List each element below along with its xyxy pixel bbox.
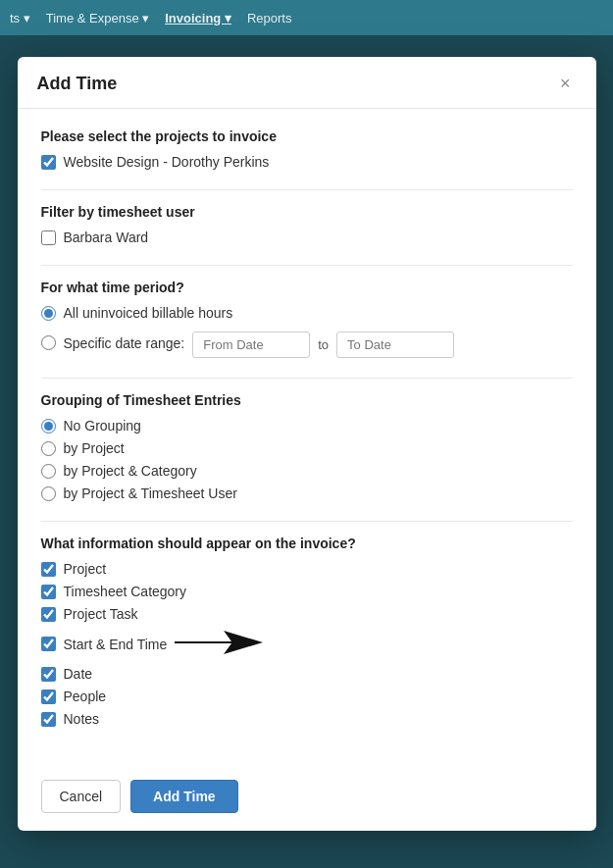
date-range-row: to <box>192 332 454 358</box>
checkbox-start-end-time[interactable] <box>41 637 56 651</box>
modal-close-button[interactable]: × <box>554 73 577 94</box>
divider-4 <box>41 521 573 522</box>
date-to-label: to <box>318 337 329 352</box>
field-project-task-label: Project Task <box>64 606 138 622</box>
nav-label-reports: Reports <box>247 11 292 26</box>
filter-user-barbara[interactable]: Barbara Ward <box>41 230 573 245</box>
option-specific-date[interactable]: Specific date range: to <box>41 328 573 358</box>
group-option-label-2: by Project & Category <box>64 463 197 479</box>
field-people-label: People <box>64 689 107 704</box>
field-date-label: Date <box>64 666 93 682</box>
filter-user-checkbox[interactable] <box>41 230 56 245</box>
divider-2 <box>41 265 573 266</box>
checkbox-timesheet-category[interactable] <box>41 585 56 599</box>
radio-all-uninvoiced[interactable] <box>41 306 56 321</box>
filter-section: Filter by timesheet user Barbara Ward <box>41 204 573 245</box>
field-notes-label: Notes <box>64 711 100 727</box>
invoice-info-label: What information should appear on the in… <box>41 536 573 551</box>
radio-by-project[interactable] <box>41 441 56 456</box>
field-people[interactable]: People <box>41 689 573 704</box>
projects-section: Please select the projects to invoice We… <box>41 128 573 170</box>
time-period-label: For what time period? <box>41 280 573 295</box>
radio-by-project-user[interactable] <box>41 486 56 501</box>
nav-item-timeexpense[interactable]: Time & Expense ▾ <box>46 11 150 26</box>
field-timesheet-category-label: Timesheet Category <box>64 584 187 599</box>
grouping-label: Grouping of Timesheet Entries <box>41 392 573 408</box>
group-option-by-project[interactable]: by Project <box>41 440 573 456</box>
radio-no-grouping[interactable] <box>41 419 56 434</box>
group-option-by-project-category[interactable]: by Project & Category <box>41 463 573 479</box>
grouping-section: Grouping of Timesheet Entries No Groupin… <box>41 392 573 501</box>
group-option-no-grouping[interactable]: No Grouping <box>41 418 573 434</box>
cancel-button[interactable]: Cancel <box>41 780 122 813</box>
modal-body: Please select the projects to invoice We… <box>18 109 596 766</box>
field-timesheet-category[interactable]: Timesheet Category <box>41 584 573 599</box>
project-name: Website Design - Dorothy Perkins <box>64 154 270 170</box>
projects-label: Please select the projects to invoice <box>41 128 573 144</box>
field-project-label: Project <box>64 561 107 577</box>
field-notes[interactable]: Notes <box>41 711 573 727</box>
arrow-indicator <box>175 629 263 659</box>
modal-footer: Cancel Add Time <box>18 766 596 831</box>
project-checkbox[interactable] <box>41 155 56 170</box>
to-date-input[interactable] <box>336 332 454 358</box>
checkbox-date[interactable] <box>41 667 56 682</box>
project-website-design[interactable]: Website Design - Dorothy Perkins <box>41 154 573 170</box>
svg-marker-0 <box>175 631 263 654</box>
nav-label-invoicing: Invoicing ▾ <box>165 11 231 26</box>
field-start-end-time-label: Start & End Time <box>64 637 168 652</box>
modal-header: Add Time × <box>18 57 596 109</box>
radio-specific-date[interactable] <box>41 335 56 350</box>
filter-user-name: Barbara Ward <box>64 230 149 245</box>
field-start-end-time[interactable]: Start & End Time <box>41 629 573 659</box>
option-all-uninvoiced[interactable]: All uninvoiced billable hours <box>41 305 573 321</box>
divider-3 <box>41 378 573 379</box>
option-all-label: All uninvoiced billable hours <box>64 305 233 321</box>
add-time-modal: Add Time × Please select the projects to… <box>18 57 596 831</box>
group-option-label-0: No Grouping <box>64 418 141 434</box>
field-project-task[interactable]: Project Task <box>41 606 573 622</box>
field-project[interactable]: Project <box>41 561 573 577</box>
field-date[interactable]: Date <box>41 666 573 682</box>
navigation-bar: ts ▾ Time & Expense ▾ Invoicing ▾ Report… <box>0 0 613 35</box>
option-specific-label: Specific date range: <box>64 335 185 351</box>
add-time-button[interactable]: Add Time <box>130 780 238 813</box>
checkbox-people[interactable] <box>41 689 56 704</box>
radio-by-project-category[interactable] <box>41 464 56 479</box>
checkbox-project-task[interactable] <box>41 607 56 622</box>
group-option-label-3: by Project & Timesheet User <box>64 485 237 501</box>
invoice-info-section: What information should appear on the in… <box>41 536 573 727</box>
nav-item-ts[interactable]: ts ▾ <box>10 11 30 26</box>
checkbox-project[interactable] <box>41 562 56 577</box>
nav-label-timeexpense: Time & Expense ▾ <box>46 11 150 26</box>
nav-item-reports[interactable]: Reports <box>247 11 292 26</box>
divider-1 <box>41 189 573 190</box>
checkbox-notes[interactable] <box>41 712 56 727</box>
group-option-by-project-user[interactable]: by Project & Timesheet User <box>41 485 573 501</box>
from-date-input[interactable] <box>192 332 310 358</box>
filter-label: Filter by timesheet user <box>41 204 573 220</box>
group-option-label-1: by Project <box>64 440 125 456</box>
modal-title: Add Time <box>37 74 118 94</box>
nav-item-invoicing[interactable]: Invoicing ▾ <box>165 11 231 26</box>
time-period-section: For what time period? All uninvoiced bil… <box>41 280 573 358</box>
nav-label-ts: ts ▾ <box>10 11 30 26</box>
